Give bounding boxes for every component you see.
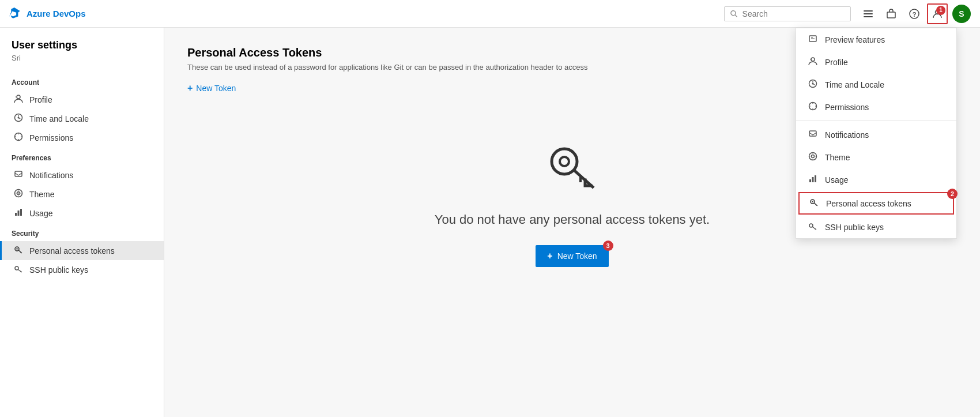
svg-rect-18 [18,211,20,216]
dropdown-item-ssh-public-keys[interactable]: SSH public keys [796,216,956,238]
empty-state-text: You do not have any personal access toke… [435,211,710,229]
dropdown-label-time-locale: Time and Locale [825,80,884,89]
svg-rect-34 [809,179,811,182]
settings-icon [863,9,873,19]
key-icon [13,245,24,256]
avatar-btn[interactable]: S [952,5,971,23]
sidebar-section-preferences: Preferences [0,147,164,166]
sidebar-section-account: Account [0,72,164,90]
sidebar-item-profile[interactable]: Profile [0,90,164,109]
svg-rect-2 [864,10,873,12]
sidebar-label-permissions: Permissions [29,133,73,142]
dropdown-time-locale-icon [808,79,818,90]
settings-icon-btn[interactable] [858,3,879,24]
dropdown-label-ssh-public-keys: SSH public keys [825,223,884,232]
key-large-icon [544,140,601,197]
sidebar-section-security: Security [0,223,164,241]
sidebar-label-notifications: Notifications [29,171,73,180]
ssh-icon [13,264,24,275]
usage-icon [13,208,24,219]
dropdown-item-usage[interactable]: Usage [796,168,956,191]
sidebar-label-profile: Profile [29,95,52,104]
basket-icon [886,9,896,19]
sidebar-subtitle: Sri [0,54,164,72]
sidebar-label-usage: Usage [29,209,52,218]
dropdown-label-usage: Usage [825,175,848,185]
new-token-btn-label: New Token [557,251,597,261]
dropdown-label-personal-access-tokens: Personal access tokens [826,199,911,208]
dropdown-divider-1 [796,121,956,121]
svg-rect-17 [15,213,17,216]
preview-icon [808,34,818,45]
svg-point-23 [552,149,577,174]
help-icon-btn[interactable]: ? [904,3,925,24]
theme-icon [13,189,24,200]
permissions-icon [13,132,24,143]
svg-point-33 [812,155,815,158]
dropdown-usage-icon [808,174,818,185]
search-icon [730,10,738,18]
sidebar-item-usage[interactable]: Usage [0,204,164,223]
dropdown-pat-badge: 2 [947,189,958,199]
dropdown-theme-icon [808,152,818,163]
brand[interactable]: Azure DevOps [9,7,86,20]
avatar-letter: S [959,9,964,18]
dropdown-item-theme[interactable]: Theme [796,146,956,168]
svg-rect-3 [864,13,873,14]
dropdown-item-profile[interactable]: Profile [796,51,956,73]
new-token-button[interactable]: + New Token 3 [536,245,608,267]
notifications-icon [13,170,24,181]
svg-rect-5 [887,12,895,18]
page-description: These can be used instead of a password … [187,63,620,72]
sidebar-title: User settings [0,39,164,54]
dropdown-key-icon [809,198,819,209]
dropdown-item-personal-access-tokens[interactable]: Personal access tokens 2 [798,192,954,215]
dropdown-label-permissions: Permissions [825,103,869,112]
sidebar-label-personal-access-tokens: Personal access tokens [29,246,115,256]
new-token-link[interactable]: + New Token [187,83,236,93]
dropdown-menu: Preview features Profile Time and Locale [796,28,957,239]
dropdown-profile-icon [808,57,818,67]
sidebar-item-theme[interactable]: Theme [0,185,164,204]
top-nav: Azure DevOps ? [0,0,980,28]
dropdown-ssh-icon [808,221,818,232]
svg-point-9 [17,95,20,99]
dropdown-label-notifications: Notifications [825,130,869,140]
sidebar-label-time-locale: Time and Locale [29,114,89,123]
svg-point-24 [560,157,569,166]
sidebar: User settings Sri Account Profile [0,28,164,417]
dropdown-item-time-locale[interactable]: Time and Locale [796,73,956,96]
svg-line-1 [735,14,737,17]
topnav-actions: ? 1 S [724,3,971,24]
search-box[interactable] [724,6,851,21]
dropdown-label-profile: Profile [825,58,848,67]
svg-rect-4 [864,16,873,17]
time-locale-icon [13,113,24,124]
svg-point-0 [731,10,736,15]
svg-point-38 [812,201,813,202]
sidebar-label-ssh-public-keys: SSH public keys [29,265,88,275]
basket-icon-btn[interactable] [881,3,902,24]
dropdown-label-theme: Theme [825,153,850,162]
brand-name: Azure DevOps [27,9,86,18]
dropdown-label-preview-features: Preview features [825,35,885,44]
plus-icon-btn: + [547,251,552,261]
sidebar-item-notifications[interactable]: Notifications [0,166,164,185]
sidebar-item-permissions[interactable]: Permissions [0,128,164,147]
dropdown-item-permissions[interactable]: Permissions [796,96,956,118]
sidebar-label-theme: Theme [29,190,55,199]
user-icon-btn[interactable]: 1 [927,3,948,24]
plus-icon-inline: + [187,83,193,93]
dropdown-item-notifications[interactable]: Notifications [796,123,956,146]
svg-rect-19 [20,209,22,216]
search-input[interactable] [742,9,845,18]
sidebar-item-ssh-public-keys[interactable]: SSH public keys [0,260,164,279]
dropdown-notifications-icon [808,129,818,140]
sidebar-item-time-locale[interactable]: Time and Locale [0,109,164,128]
help-icon: ? [909,9,919,19]
azure-devops-logo [9,7,22,20]
dropdown-item-preview-features[interactable]: Preview features [796,28,956,51]
sidebar-item-personal-access-tokens[interactable]: Personal access tokens [0,241,164,260]
dropdown-permissions-icon [808,102,818,112]
svg-rect-36 [815,175,816,182]
